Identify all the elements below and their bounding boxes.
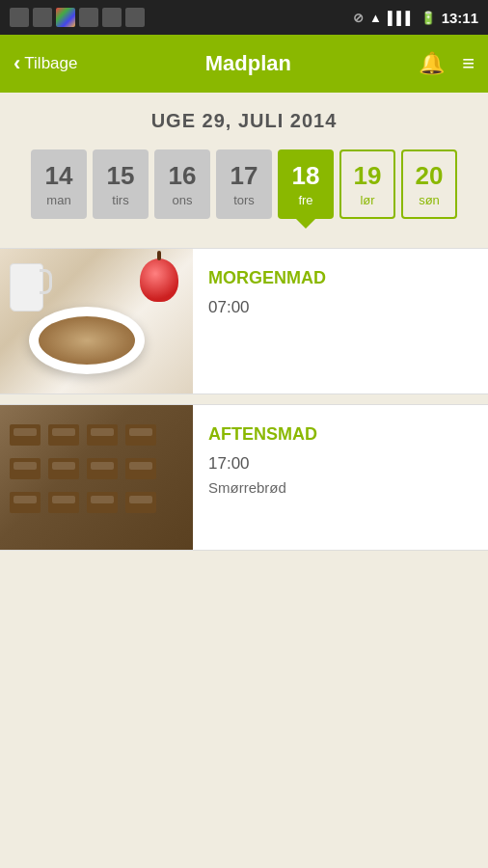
day-cell-man[interactable]: 14man [31,149,87,219]
meal-category-breakfast: MORGENMAD [208,268,473,288]
sandwich-piece [10,492,41,513]
day-cell-tors[interactable]: 17tors [216,149,272,219]
day-cell-lør[interactable]: 19lør [339,149,395,219]
day-number-søn: 20 [416,161,444,191]
day-cell-fre[interactable]: 18fre [278,149,334,219]
back-chevron-icon: ‹ [14,51,20,76]
meal-image-breakfast [0,249,193,393]
download-icon [79,8,98,27]
sandwich-piece [125,458,156,479]
day-label-lør: lør [360,193,374,207]
day-label-tors: tors [233,193,255,207]
day-number-tors: 17 [230,161,258,191]
sandwich-piece [87,458,118,479]
toolbar: ‹ Tilbage Madplan 🔔 ≡ [0,35,488,93]
milk-jug-decoration [10,263,43,312]
day-label-tirs: tirs [112,193,128,207]
status-bar: ⊘ ▲ ▌▌▌ 🔋 13:11 [0,0,488,35]
day-label-ons: ons [173,193,193,207]
signal-bars-icon: ▌▌▌ [388,11,415,25]
sandwich-piece [10,424,41,446]
sandwich-piece [48,424,79,446]
app-icon [56,8,75,27]
back-button[interactable]: ‹ Tilbage [14,51,77,76]
wifi-icon: ▲ [369,11,382,25]
sandwich-piece [87,492,118,513]
day-selector: 14man15tirs16ons17tors18fre19lør20søn [0,142,488,234]
sandwich-piece [125,424,156,446]
sandwich-piece [48,492,79,513]
sandwich-piece [48,458,79,479]
meal-info-breakfast: MORGENMAD07:00 [193,249,488,393]
page-title: Madplan [205,51,291,76]
day-number-fre: 18 [292,161,320,191]
meal-card-dinner[interactable]: AFTENSMAD17:00Smørrebrød [0,404,488,551]
check-icon [125,8,145,27]
day-label-man: man [46,193,70,207]
meal-time-dinner: 17:00 [208,454,473,474]
day-cell-søn[interactable]: 20søn [401,149,457,219]
meal-name-dinner: Smørrebrød [208,479,473,496]
image-icon [33,8,52,27]
day-number-lør: 19 [354,161,382,191]
status-icons-left [10,8,145,27]
week-header: UGE 29, JULI 2014 [0,93,488,142]
day-cell-ons[interactable]: 16ons [154,149,210,219]
doc-icon [102,8,122,27]
sandwich-piece [10,458,41,479]
no-signal-icon: ⊘ [353,11,364,25]
battery-icon: 🔋 [420,11,436,25]
menu-icon[interactable]: ≡ [462,51,474,76]
meal-image-dinner [0,405,193,550]
status-right: ⊘ ▲ ▌▌▌ 🔋 13:11 [353,10,478,26]
back-label: Tilbage [24,54,77,73]
notification-icon[interactable]: 🔔 [419,51,445,76]
toolbar-right: 🔔 ≡ [419,51,474,76]
meals-container: MORGENMAD07:00AFTENSMAD17:00Smørrebrød [0,234,488,551]
clock: 13:11 [442,10,478,26]
day-number-man: 14 [45,161,73,191]
apple-decoration [140,258,178,302]
signal-icon [10,8,29,27]
day-number-ons: 16 [169,161,197,191]
meal-info-dinner: AFTENSMAD17:00Smørrebrød [193,405,488,550]
sandwich-piece [87,424,118,446]
meal-category-dinner: AFTENSMAD [208,424,473,445]
meal-card-breakfast[interactable]: MORGENMAD07:00 [0,248,488,394]
sandwich-piece [125,492,156,513]
day-label-søn: søn [419,193,440,207]
day-label-fre: fre [298,193,312,207]
day-number-tirs: 15 [107,161,135,191]
day-cell-tirs[interactable]: 15tirs [93,149,149,219]
meal-time-breakfast: 07:00 [208,298,473,317]
